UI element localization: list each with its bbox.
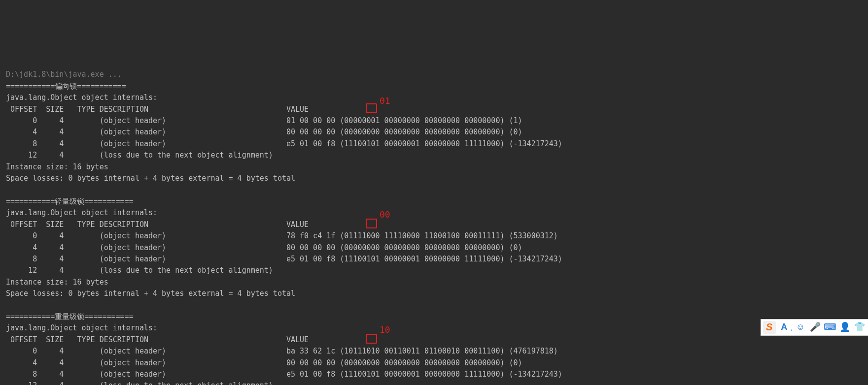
output-body: ===========偏向锁=========== java.lang.Obje…: [6, 81, 862, 385]
ime-tray[interactable]: S A , ☺ 🎤 ⌨ 👤 👕: [761, 319, 868, 336]
ime-punct-icon[interactable]: ,: [791, 323, 792, 334]
highlight-label: 00: [380, 209, 390, 220]
highlight-box: [366, 103, 377, 113]
account-icon[interactable]: 👤: [838, 321, 851, 334]
keyboard-icon[interactable]: ⌨: [824, 321, 836, 334]
highlight-label: 10: [380, 324, 390, 335]
title-bar: D:\jdk1.8\bin\java.exe ...: [6, 70, 122, 79]
emoji-icon[interactable]: ☺: [794, 321, 807, 334]
skin-icon[interactable]: 👕: [853, 321, 866, 334]
ime-mode-icon[interactable]: A: [778, 321, 791, 334]
mic-icon[interactable]: 🎤: [809, 321, 822, 334]
highlight-box: [366, 219, 377, 228]
highlight-box: [366, 334, 377, 344]
console-output[interactable]: D:\jdk1.8\bin\java.exe ... ===========偏向…: [0, 58, 868, 385]
highlight-label: 01: [380, 95, 390, 106]
ime-language-icon[interactable]: S: [763, 321, 776, 334]
